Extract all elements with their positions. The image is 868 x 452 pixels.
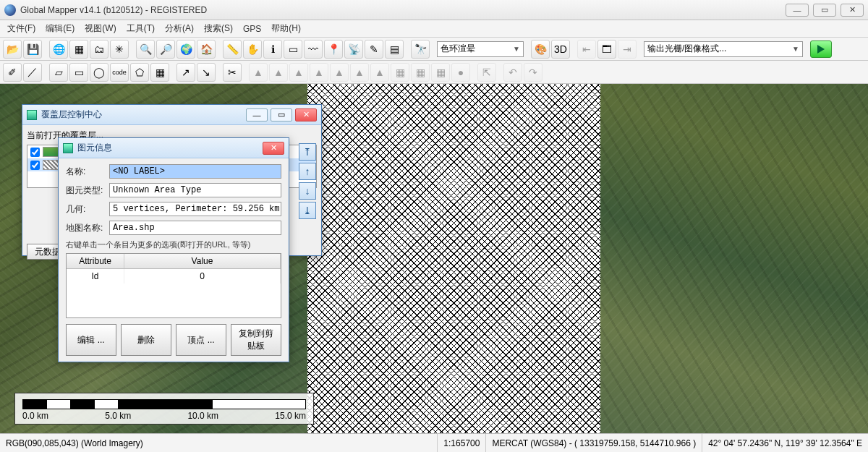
zoom-full-icon[interactable]: 🌍 <box>176 40 195 59</box>
dig-rect-icon[interactable]: ▭ <box>69 63 88 82</box>
dig-t2-icon[interactable]: ↘ <box>197 63 216 82</box>
export-select[interactable]: 输出光栅/图像格式...▼ <box>644 41 803 57</box>
toolbar-digitizer: ✐ ／ ▱ ▭ ◯ code ⬠ ▦ ↗ ↘ ✂ ▲ ▲ ▲ ▲ ▲ ▲ ▲ ▦… <box>0 61 868 84</box>
status-projection: MERCAT (WGS84) - ( 13319759.158, 5144710… <box>486 434 702 452</box>
dig-t1-icon[interactable]: ↗ <box>176 63 195 82</box>
scale-0: 0.0 km <box>22 411 48 421</box>
open-icon[interactable]: 📂 <box>3 40 22 59</box>
overlay-panel-title[interactable]: 覆盖层控制中心 — ▭ ✕ <box>22 105 321 125</box>
scale-bar: 0.0 km 5.0 km 10.0 km 15.0 km <box>14 393 314 425</box>
layer-thumb-icon <box>43 160 59 170</box>
menu-edit[interactable]: 编辑(E) <box>41 21 79 36</box>
zoom-in-icon[interactable]: 🔍 <box>136 40 155 59</box>
select-icon[interactable]: ▭ <box>284 40 302 59</box>
dig-d1-icon: ▲ <box>249 63 268 82</box>
minimize-button[interactable]: — <box>786 4 809 17</box>
overlay-panel-title-text: 覆盖层控制中心 <box>41 108 242 121</box>
info-icon[interactable]: ℹ <box>263 40 282 59</box>
menu-search[interactable]: 搜索(S) <box>200 21 237 36</box>
run-button[interactable] <box>810 40 832 58</box>
move-down-button[interactable]: ↓ <box>299 182 316 200</box>
name-field[interactable]: <NO LABEL> <box>109 164 281 179</box>
menu-gps[interactable]: GPS <box>239 22 265 35</box>
toolbar-main: 📂 💾 🌐 ▦ 🗂 ✳ 🔍 🔎 🌍 🏠 📏 ✋ ℹ ▭ 〰 📍 📡 ✎ ▤ 🔭 … <box>0 38 868 61</box>
geom-label: 几何: <box>66 203 109 216</box>
dig-circle-icon[interactable]: ◯ <box>90 63 109 82</box>
edit-icon[interactable]: ✎ <box>365 40 383 59</box>
layer-checkbox[interactable] <box>30 148 40 157</box>
dig-d2-icon: ▲ <box>269 63 288 82</box>
window-icon[interactable]: 🗔 <box>597 40 616 59</box>
dig-d12-icon: ⇱ <box>477 63 496 82</box>
selected-area-hatch <box>307 84 600 433</box>
map-field[interactable]: Area.shp <box>109 221 281 235</box>
layer-checkbox[interactable] <box>30 161 40 170</box>
menu-file[interactable]: 文件(F) <box>3 21 40 36</box>
feature-dialog-title[interactable]: 图元信息 ✕ <box>59 138 289 158</box>
pan-icon[interactable]: ✋ <box>243 40 262 59</box>
tool-icon[interactable]: ✳ <box>110 40 129 59</box>
dig-t3-icon[interactable]: ✂ <box>223 63 242 82</box>
geom-field[interactable]: 5 vertices, Perimeter: 59.256 km, Ar <box>109 202 281 216</box>
grid-row[interactable]: Id 0 <box>67 269 281 283</box>
dig-grid-icon[interactable]: ▦ <box>150 63 169 82</box>
grid-col-value[interactable]: Value <box>124 254 281 268</box>
menu-view[interactable]: 视图(W) <box>80 21 120 36</box>
find-icon[interactable]: 🔭 <box>411 40 430 59</box>
save-icon[interactable]: 💾 <box>23 40 42 59</box>
dig-code-icon[interactable]: code <box>110 63 129 82</box>
grid-icon[interactable]: ▤ <box>385 40 404 59</box>
marker-icon[interactable]: 📍 <box>324 40 343 59</box>
dig-d9-icon: ▦ <box>411 63 430 82</box>
status-rgb: RGB(090,085,043) (World Imagery) <box>0 434 438 452</box>
overlay-min-button[interactable]: — <box>246 108 268 121</box>
dig-d7-icon: ▲ <box>370 63 389 82</box>
dig-point-icon[interactable]: ✐ <box>3 63 22 82</box>
attribute-grid[interactable]: Attribute Value Id 0 <box>66 253 281 318</box>
home-icon[interactable]: 🏠 <box>197 40 216 59</box>
move-top-button[interactable]: ⤒ <box>299 143 316 161</box>
dig-d6-icon: ▲ <box>350 63 369 82</box>
palette-icon[interactable]: 🎨 <box>531 40 550 59</box>
status-bar: RGB(090,085,043) (World Imagery) 1:16570… <box>0 433 868 452</box>
layer-thumb-icon <box>43 147 59 157</box>
grid-cell-attr: Id <box>67 269 124 283</box>
measure-icon[interactable]: 📏 <box>223 40 242 59</box>
dig-poly-icon[interactable]: ⬠ <box>130 63 149 82</box>
dig-d8-icon: ▦ <box>391 63 409 82</box>
menu-help[interactable]: 帮助(H) <box>267 21 305 36</box>
feature-hint: 右键单击一个条目为更多的选项(即打开的URL, 等等) <box>66 239 281 250</box>
shader-select-label: 色环渲晕 <box>441 43 475 55</box>
dig-area-icon[interactable]: ▱ <box>49 63 68 82</box>
delete-button[interactable]: 删除 <box>121 324 171 356</box>
antenna-icon[interactable]: 📡 <box>344 40 363 59</box>
feature-close-button[interactable]: ✕ <box>263 142 284 155</box>
globe-icon[interactable]: 🌐 <box>49 40 68 59</box>
edit-button[interactable]: 编辑 ... <box>66 324 116 356</box>
menu-analysis[interactable]: 分析(A) <box>161 21 198 36</box>
overlay-arrow-stack: ⤒ ↑ ↓ ⤓ <box>299 143 316 221</box>
overlay-max-button[interactable]: ▭ <box>271 108 292 121</box>
feature-info-dialog: 图元信息 ✕ 名称: <NO LABEL> 图元类型: Unknown Area… <box>58 137 289 362</box>
menu-tools[interactable]: 工具(T) <box>122 21 159 36</box>
close-button[interactable]: ✕ <box>841 4 864 17</box>
3d-icon[interactable]: 3D <box>551 40 570 59</box>
grid-col-attribute[interactable]: Attribute <box>67 254 124 268</box>
move-bottom-button[interactable]: ⤓ <box>299 202 316 219</box>
path-icon[interactable]: 〰 <box>304 40 323 59</box>
copy-clipboard-button[interactable]: 复制到剪贴板 <box>231 324 281 356</box>
dig-d10-icon: ▦ <box>431 63 450 82</box>
export-select-label: 输出光栅/图像格式... <box>647 43 726 55</box>
shader-select[interactable]: 色环渲晕▼ <box>437 41 524 57</box>
move-up-button[interactable]: ↑ <box>299 163 316 180</box>
type-field[interactable]: Unknown Area Type <box>109 183 281 197</box>
scale-3: 15.0 km <box>275 411 306 421</box>
overlay-close-button[interactable]: ✕ <box>295 108 317 121</box>
vertex-button[interactable]: 顶点 ... <box>176 324 226 356</box>
dig-d11-icon: ● <box>451 63 470 82</box>
config-icon[interactable]: 🗂 <box>90 40 109 59</box>
maximize-button[interactable]: ▭ <box>813 4 836 17</box>
layers-icon[interactable]: ▦ <box>69 40 88 59</box>
dig-line-icon[interactable]: ／ <box>23 63 42 82</box>
zoom-out-icon[interactable]: 🔎 <box>156 40 175 59</box>
